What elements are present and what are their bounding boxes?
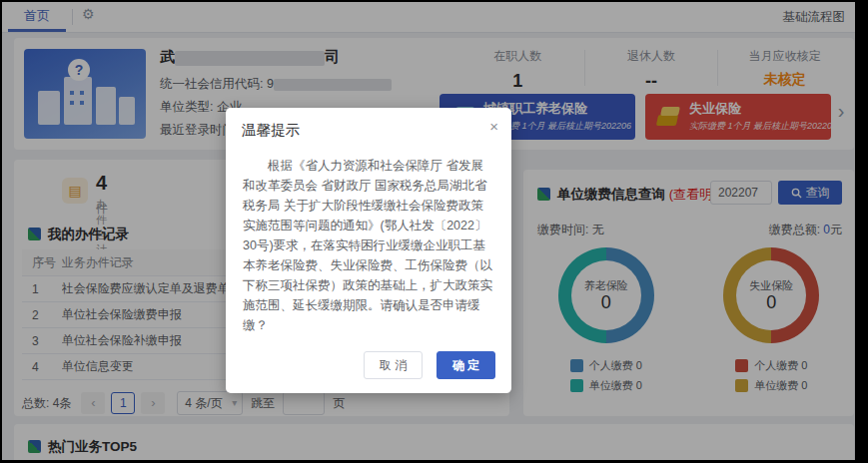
dialog-body: 根据《省人力资源和社会保障厅 省发展和改革委员会 省财政厅 国家税务总局湖北省税… bbox=[226, 148, 511, 341]
close-icon[interactable]: × bbox=[489, 119, 498, 134]
dialog-text: 根据《省人力资源和社会保障厅 省发展和改革委员会 省财政厅 国家税务总局湖北省税… bbox=[243, 156, 494, 335]
dialog-header: 温馨提示 × bbox=[226, 108, 511, 148]
app-window: 首页 ⚙ 基础流程图 ? 武司 统一社会信用代码: 9 单位类型: bbox=[0, 0, 868, 463]
screen: 首页 ⚙ 基础流程图 ? 武司 统一社会信用代码: 9 单位类型: bbox=[2, 2, 855, 460]
cancel-button[interactable]: 取 消 bbox=[364, 351, 423, 379]
dialog-title: 温馨提示 bbox=[242, 122, 300, 138]
dialog-footer: 取 消 确 定 bbox=[226, 341, 511, 393]
tip-dialog: 温馨提示 × 根据《省人力资源和社会保障厅 省发展和改革委员会 省财政厅 国家税… bbox=[226, 108, 511, 393]
confirm-button[interactable]: 确 定 bbox=[436, 351, 495, 379]
